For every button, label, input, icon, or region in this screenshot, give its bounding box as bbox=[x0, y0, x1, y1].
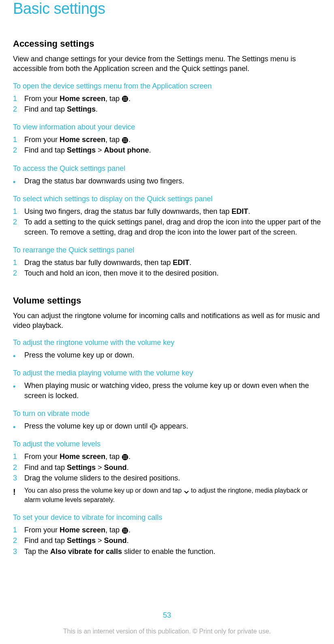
list-item: •Press the volume key up or down. bbox=[13, 350, 321, 360]
note: ! You can also press the volume key up o… bbox=[13, 486, 321, 504]
step-number: 1 bbox=[13, 94, 24, 103]
list-item: 1From your Home screen, tap . bbox=[13, 525, 321, 535]
list-item: 2Find and tap Settings > About phone. bbox=[13, 145, 321, 155]
instr-heading: To select which settings to display on t… bbox=[13, 195, 321, 203]
footer-disclaimer: This is an internet version of this publ… bbox=[0, 628, 334, 635]
step-number: 2 bbox=[13, 217, 24, 237]
list-item: 2Find and tap Settings. bbox=[13, 104, 321, 114]
step-list: 1From your Home screen, tap . 2Find and … bbox=[13, 94, 321, 114]
step-list: •Drag the status bar downwards using two… bbox=[13, 176, 321, 186]
step-number: 1 bbox=[13, 207, 24, 216]
heading-volume-settings: Volume settings bbox=[13, 295, 321, 306]
step-list: •Press the volume key up or down until a… bbox=[13, 421, 321, 431]
apps-icon bbox=[122, 454, 128, 461]
step-number: 2 bbox=[13, 104, 24, 114]
bullet-icon: • bbox=[13, 350, 24, 360]
step-number: 2 bbox=[13, 536, 24, 545]
heading-accessing-settings: Accessing settings bbox=[13, 39, 321, 49]
important-icon: ! bbox=[13, 486, 24, 504]
page-title: Basic settings bbox=[13, 0, 321, 17]
step-list: 1Drag the status bar fully downwards, th… bbox=[13, 258, 321, 278]
step-number: 2 bbox=[13, 463, 24, 472]
section-desc: View and change settings for your device… bbox=[13, 54, 321, 74]
apps-icon bbox=[122, 527, 128, 534]
step-number: 3 bbox=[13, 547, 24, 556]
instr-heading: To adjust the ringtone volume with the v… bbox=[13, 338, 321, 347]
list-item: 1Using two fingers, drag the status bar … bbox=[13, 207, 321, 216]
bullet-icon: • bbox=[13, 176, 24, 186]
instr-heading: To adjust the media playing volume with … bbox=[13, 369, 321, 377]
step-list: •Press the volume key up or down. bbox=[13, 350, 321, 360]
list-item: 2To add a setting to the quick settings … bbox=[13, 217, 321, 237]
list-item: 1Drag the status bar fully downwards, th… bbox=[13, 258, 321, 267]
instr-heading: To turn on vibrate mode bbox=[13, 409, 321, 418]
step-list: 1Using two fingers, drag the status bar … bbox=[13, 207, 321, 237]
list-item: 1From your Home screen, tap . bbox=[13, 135, 321, 144]
step-list: 1From your Home screen, tap . 2Find and … bbox=[13, 135, 321, 155]
chevron-down-icon bbox=[184, 488, 189, 494]
step-number: 1 bbox=[13, 525, 24, 535]
step-list: 1From your Home screen, tap . 2Find and … bbox=[13, 525, 321, 556]
list-item: •Drag the status bar downwards using two… bbox=[13, 176, 321, 186]
step-number: 3 bbox=[13, 473, 24, 483]
list-item: 2Find and tap Settings > Sound. bbox=[13, 463, 321, 472]
list-item: 2Touch and hold an icon, then move it to… bbox=[13, 268, 321, 278]
instr-heading: To set your device to vibrate for incomi… bbox=[13, 513, 321, 522]
vibrate-icon bbox=[150, 423, 158, 430]
step-list: 1From your Home screen, tap . 2Find and … bbox=[13, 452, 321, 483]
section-desc: You can adjust the ringtone volume for i… bbox=[13, 311, 321, 331]
list-item: 1From your Home screen, tap . bbox=[13, 452, 321, 461]
apps-icon bbox=[122, 137, 128, 144]
list-item: •Press the volume key up or down until a… bbox=[13, 421, 321, 431]
step-number: 1 bbox=[13, 135, 24, 144]
instr-heading: To open the device settings menu from th… bbox=[13, 82, 321, 90]
list-item: 2Find and tap Settings > Sound. bbox=[13, 536, 321, 545]
apps-icon bbox=[122, 95, 128, 102]
list-item: 1From your Home screen, tap . bbox=[13, 94, 321, 103]
list-item: 3Tap the Also vibrate for calls slider t… bbox=[13, 547, 321, 556]
list-item: •When playing music or watching video, p… bbox=[13, 381, 321, 401]
step-list: •When playing music or watching video, p… bbox=[13, 381, 321, 401]
step-number: 1 bbox=[13, 258, 24, 267]
instr-heading: To view information about your device bbox=[13, 123, 321, 131]
list-item: 3Drag the volume sliders to the desired … bbox=[13, 473, 321, 483]
instr-heading: To access the Quick settings panel bbox=[13, 164, 321, 173]
step-number: 2 bbox=[13, 268, 24, 278]
instr-heading: To adjust the volume levels bbox=[13, 440, 321, 448]
step-number: 1 bbox=[13, 452, 24, 461]
bullet-icon: • bbox=[13, 381, 24, 401]
step-number: 2 bbox=[13, 145, 24, 155]
bullet-icon: • bbox=[13, 421, 24, 431]
page-number: 53 bbox=[0, 611, 334, 620]
instr-heading: To rearrange the Quick settings panel bbox=[13, 246, 321, 254]
